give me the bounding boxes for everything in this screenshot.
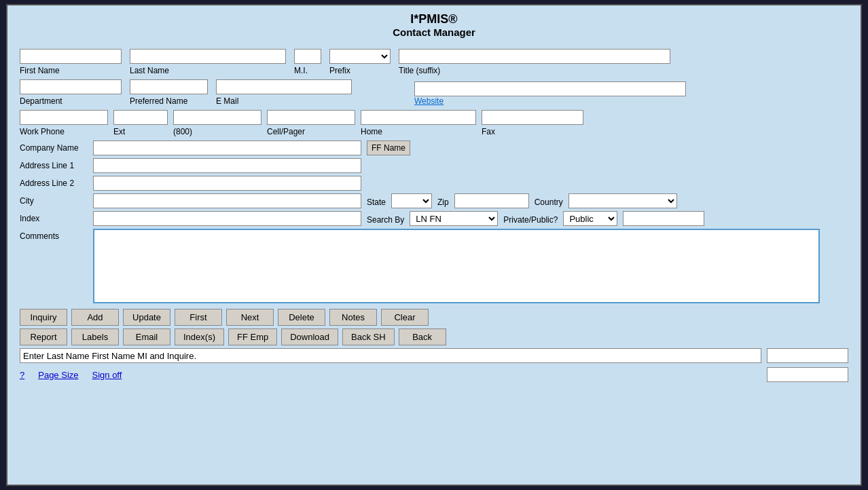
home-group: Home [361, 110, 476, 136]
state-select[interactable]: ALAKAZCACOFLGANYTX [391, 193, 432, 208]
address1-label: Address Line 1 [20, 161, 88, 170]
state-label: State [367, 197, 386, 208]
address1-row: Address Line 1 [20, 158, 848, 173]
website-link[interactable]: Website [414, 96, 686, 106]
button-row-1: Inquiry Add Update First Next Delete Not… [20, 309, 848, 326]
first-name-input[interactable] [20, 49, 122, 64]
home-label: Home [361, 127, 476, 136]
next-button[interactable]: Next [226, 309, 274, 326]
ff-emp-button[interactable]: FF Emp [228, 328, 277, 345]
prefix-select[interactable]: Mr. Mrs. Ms. Dr. [329, 49, 391, 64]
fax-label: Fax [482, 127, 583, 136]
preferred-name-input[interactable] [130, 79, 208, 94]
zip-label: Zip [437, 197, 449, 208]
mi-label: M.I. [294, 66, 321, 75]
preferred-name-group: Preferred Name [130, 79, 208, 106]
mi-group: M.I. [294, 49, 321, 75]
ext-group: Ext [113, 110, 168, 136]
department-group: Department [20, 79, 122, 106]
city-input[interactable] [93, 193, 361, 208]
preferred-name-label: Preferred Name [130, 96, 208, 106]
title-suffix-input[interactable] [399, 49, 670, 64]
index-s-button[interactable]: Index(s) [175, 328, 224, 345]
company-name-label: Company Name [20, 143, 88, 153]
app-subtitle: Contact Manager [14, 26, 854, 38]
800-input[interactable] [173, 110, 261, 125]
company-name-input[interactable] [93, 140, 361, 155]
index-input[interactable] [93, 211, 361, 226]
page-size-link[interactable]: Page Size [38, 370, 78, 380]
fax-group: Fax [482, 110, 583, 136]
last-name-group: Last Name [130, 49, 286, 75]
department-input[interactable] [20, 79, 122, 94]
mi-input[interactable] [294, 49, 321, 64]
sign-off-link[interactable]: Sign off [92, 370, 122, 380]
search-by-select[interactable]: LN FN FN LN Company [410, 211, 498, 226]
inquiry-button[interactable]: Inquiry [20, 309, 67, 326]
first-name-group: First Name [20, 49, 122, 75]
bottom-extra-input[interactable] [767, 367, 848, 382]
ext-label: Ext [113, 127, 168, 136]
city-row: City State ALAKAZCACOFLGANYTX Zip Countr… [20, 193, 848, 208]
fax-input[interactable] [482, 110, 583, 125]
email-group: E Mail [216, 79, 352, 106]
add-button[interactable]: Add [71, 309, 119, 326]
first-button[interactable]: First [175, 309, 222, 326]
dept-row: Department Preferred Name E Mail Website [20, 79, 848, 106]
cell-pager-group: Cell/Pager [267, 110, 355, 136]
cell-pager-label: Cell/Pager [267, 127, 355, 136]
800-label: (800) [173, 127, 261, 136]
city-label: City [20, 196, 88, 206]
private-public-extra-input[interactable] [623, 211, 704, 226]
status-extra-input[interactable] [767, 348, 848, 363]
country-label: Country [535, 197, 563, 208]
cell-pager-input[interactable] [267, 110, 355, 125]
title-suffix-group: Title (suffix) [399, 49, 670, 75]
ff-name-button[interactable]: FF Name [367, 140, 410, 155]
address2-label: Address Line 2 [20, 178, 88, 188]
delete-button[interactable]: Delete [278, 309, 325, 326]
email-button[interactable]: Email [123, 328, 170, 345]
phone-row: Work Phone Ext (800) Cell/Pager Home Fax [20, 110, 848, 136]
back-sh-button[interactable]: Back SH [342, 328, 395, 345]
prefix-label: Prefix [329, 66, 391, 75]
work-phone-input[interactable] [20, 110, 108, 125]
title-area: I*PMIS® Contact Manager [14, 12, 854, 38]
search-by-label: Search By [367, 215, 404, 226]
home-input[interactable] [361, 110, 476, 125]
back-button[interactable]: Back [399, 328, 446, 345]
private-public-label: Private/Public? [503, 215, 558, 226]
labels-button[interactable]: Labels [71, 328, 119, 345]
comments-textarea[interactable] [93, 229, 820, 303]
report-button[interactable]: Report [20, 328, 67, 345]
address2-input[interactable] [93, 176, 361, 191]
clear-button[interactable]: Clear [381, 309, 429, 326]
status-input[interactable] [20, 348, 761, 363]
address1-input[interactable] [93, 158, 361, 173]
download-button[interactable]: Download [281, 328, 338, 345]
country-select[interactable]: USACanadaMexico [568, 193, 677, 208]
app-title: I*PMIS® [14, 12, 854, 26]
address2-row: Address Line 2 [20, 176, 848, 191]
email-input[interactable] [216, 79, 352, 94]
name-row: First Name Last Name M.I. Mr. Mrs. Ms. D… [20, 49, 848, 75]
update-button[interactable]: Update [123, 309, 170, 326]
status-area [20, 348, 848, 363]
work-phone-label: Work Phone [20, 127, 108, 136]
notes-button[interactable]: Notes [329, 309, 377, 326]
comments-row: Comments [20, 229, 848, 303]
comments-label: Comments [20, 229, 88, 241]
main-window: I*PMIS® Contact Manager First Name Last … [6, 4, 862, 486]
private-public-select[interactable]: Public Private [563, 211, 617, 226]
last-name-input[interactable] [130, 49, 286, 64]
index-label: Index [20, 214, 88, 223]
help-link[interactable]: ? [20, 370, 24, 380]
ext-input[interactable] [113, 110, 168, 125]
title-suffix-label: Title (suffix) [399, 66, 670, 75]
form-area: First Name Last Name M.I. Mr. Mrs. Ms. D… [14, 46, 854, 385]
prefix-group: Mr. Mrs. Ms. Dr. Prefix [329, 49, 391, 75]
zip-input[interactable] [454, 193, 529, 208]
website-input[interactable] [414, 81, 686, 96]
800-group: (800) [173, 110, 261, 136]
work-phone-group: Work Phone [20, 110, 108, 136]
